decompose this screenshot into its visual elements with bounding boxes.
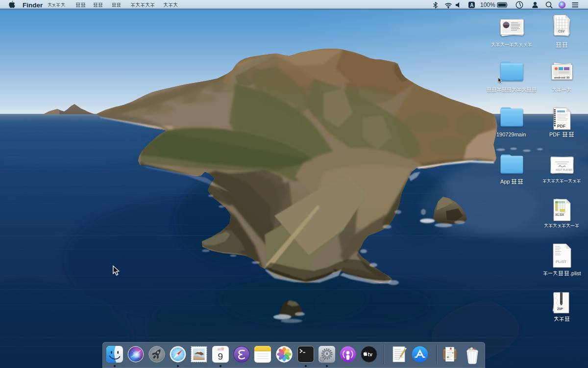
svg-text:ZIP: ZIP bbox=[557, 307, 563, 311]
svg-text:android 10: android 10 bbox=[554, 76, 570, 79]
svg-text:AVGT PLAYER: AVGT PLAYER bbox=[556, 168, 572, 171]
svg-text:CSV: CSV bbox=[558, 29, 565, 33]
svg-text:100%: 100% bbox=[480, 1, 495, 8]
svg-text:App: App bbox=[500, 179, 510, 184]
svg-text:PDF: PDF bbox=[557, 124, 565, 129]
svg-text:Finder: Finder bbox=[23, 1, 43, 9]
svg-text:.plist: .plist bbox=[570, 270, 581, 276]
svg-text:tv: tv bbox=[368, 351, 372, 357]
svg-text:10: 10 bbox=[218, 347, 221, 351]
svg-text:A: A bbox=[470, 2, 473, 8]
svg-text:PDF: PDF bbox=[549, 131, 560, 137]
svg-text:9: 9 bbox=[218, 351, 223, 362]
svg-text:XLSX: XLSX bbox=[555, 213, 564, 216]
svg-text:PLIST: PLIST bbox=[556, 260, 566, 264]
svg-text:190729main: 190729main bbox=[496, 131, 526, 137]
